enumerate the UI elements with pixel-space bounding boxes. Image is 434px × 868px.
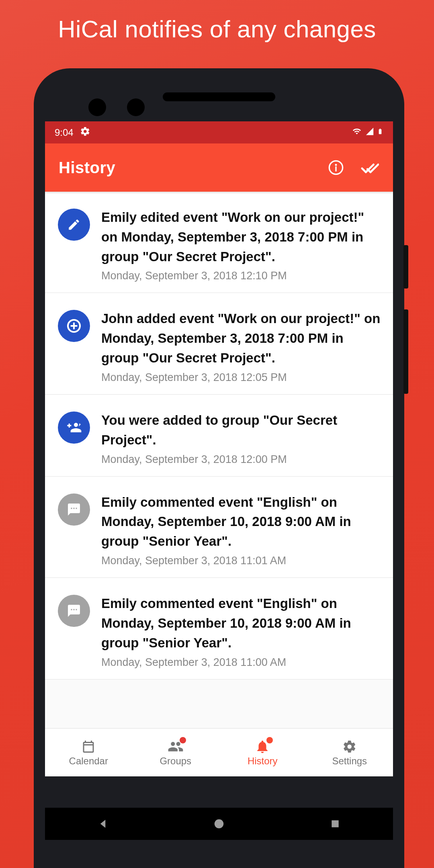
history-item-time: Monday, September 3, 2018 12:10 PM bbox=[101, 270, 383, 282]
nav-label: Groups bbox=[160, 755, 191, 767]
history-item[interactable]: You were added to group "Our Secret Proj… bbox=[45, 395, 393, 477]
phone-side-button bbox=[403, 309, 408, 394]
history-item-time: Monday, September 3, 2018 11:00 AM bbox=[101, 656, 383, 669]
phone-side-button bbox=[403, 245, 408, 289]
gear-icon bbox=[342, 739, 358, 755]
history-item-text: John added event "Work on our project!" … bbox=[101, 309, 383, 368]
recents-button[interactable] bbox=[326, 814, 345, 833]
history-item-time: Monday, September 3, 2018 12:00 PM bbox=[101, 453, 383, 466]
history-list[interactable]: Emily edited event "Work on our project!… bbox=[45, 192, 393, 728]
cell-signal-icon bbox=[365, 127, 375, 138]
nav-groups[interactable]: Groups bbox=[132, 729, 219, 776]
svg-point-6 bbox=[215, 819, 224, 829]
history-item-body: Emily commented event "English" on Monda… bbox=[101, 493, 383, 567]
groups-icon bbox=[168, 739, 184, 755]
app-bar: History bbox=[45, 143, 393, 192]
comment-icon bbox=[58, 493, 90, 526]
nav-settings[interactable]: Settings bbox=[306, 729, 393, 776]
history-item[interactable]: Emily commented event "English" on Monda… bbox=[45, 477, 393, 578]
phone-frame: 9:04 History bbox=[34, 68, 404, 868]
history-item-body: Emily edited event "Work on our project!… bbox=[101, 208, 383, 282]
history-item[interactable]: Emily edited event "Work on our project!… bbox=[45, 192, 393, 293]
history-item[interactable]: Emily commented event "English" on Monda… bbox=[45, 578, 393, 679]
page-title: History bbox=[59, 159, 313, 177]
history-item-text: Emily commented event "English" on Monda… bbox=[101, 594, 383, 653]
calendar-icon bbox=[80, 739, 96, 755]
screen: 9:04 History bbox=[45, 121, 393, 776]
wifi-icon bbox=[351, 127, 362, 138]
edit-icon bbox=[58, 209, 90, 241]
nav-label: Settings bbox=[332, 755, 367, 767]
svg-rect-7 bbox=[332, 820, 338, 827]
home-button[interactable] bbox=[209, 814, 229, 833]
nav-label: History bbox=[248, 755, 278, 767]
notification-dot bbox=[266, 737, 273, 743]
history-item-text: You were added to group "Our Secret Proj… bbox=[101, 411, 383, 450]
bottom-nav: Calendar Groups History S bbox=[45, 728, 393, 776]
notification-dot bbox=[180, 737, 186, 743]
history-item-text: Emily edited event "Work on our project!… bbox=[101, 208, 383, 266]
history-item-body: John added event "Work on our project!" … bbox=[101, 309, 383, 383]
back-button[interactable] bbox=[93, 814, 113, 833]
status-time: 9:04 bbox=[55, 127, 74, 138]
history-item-text: Emily commented event "English" on Monda… bbox=[101, 493, 383, 551]
battery-icon bbox=[377, 126, 383, 139]
nav-history[interactable]: History bbox=[219, 729, 306, 776]
mark-all-read-button[interactable] bbox=[358, 156, 381, 179]
system-nav-bar bbox=[45, 808, 393, 840]
group-add-icon bbox=[58, 411, 90, 444]
history-item-body: You were added to group "Our Secret Proj… bbox=[101, 411, 383, 466]
phone-sensor bbox=[127, 98, 145, 116]
bell-icon bbox=[254, 739, 270, 755]
phone-camera bbox=[88, 98, 106, 116]
nav-label: Calendar bbox=[69, 755, 108, 767]
promo-title: HiCal notifies of any changes bbox=[0, 0, 434, 43]
nav-calendar[interactable]: Calendar bbox=[45, 729, 132, 776]
phone-earpiece bbox=[163, 92, 275, 101]
comment-icon bbox=[58, 595, 90, 627]
history-item-time: Monday, September 3, 2018 12:05 PM bbox=[101, 371, 383, 384]
info-button[interactable] bbox=[325, 156, 347, 179]
history-item-body: Emily commented event "English" on Monda… bbox=[101, 594, 383, 668]
gear-icon bbox=[80, 126, 90, 139]
history-item-time: Monday, September 3, 2018 11:01 AM bbox=[101, 555, 383, 567]
status-bar: 9:04 bbox=[45, 121, 393, 143]
history-item[interactable]: John added event "Work on our project!" … bbox=[45, 293, 393, 394]
add-icon bbox=[58, 310, 90, 342]
